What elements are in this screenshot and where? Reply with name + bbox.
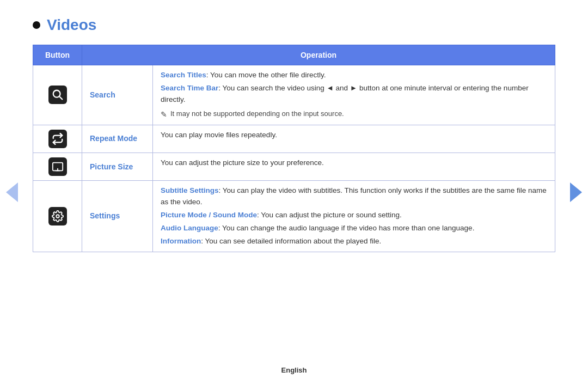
- settings-icon: [48, 207, 67, 225]
- footer-language: English: [281, 366, 307, 374]
- note-text: It may not be supported depending on the…: [170, 108, 344, 119]
- desc-paragraph: ✎It may not be supported depending on th…: [161, 108, 547, 120]
- desc-paragraph: Search Titles: You can move the other fi…: [161, 70, 547, 81]
- page-title: Videos: [47, 16, 96, 34]
- highlight-text: Subtitle Settings: [161, 186, 219, 194]
- svg-line-1: [59, 96, 62, 99]
- feature-name: Search: [82, 65, 153, 125]
- plain-text: : You can move the other file directly.: [206, 71, 326, 79]
- icon-cell: [33, 181, 82, 252]
- feature-name: Settings: [82, 181, 153, 252]
- feature-name: Picture Size: [82, 153, 153, 181]
- feature-description: Subtitle Settings: You can play the vide…: [153, 181, 555, 252]
- feature-description: Search Titles: You can move the other fi…: [153, 65, 555, 125]
- nav-right-arrow[interactable]: [569, 180, 583, 204]
- title-row: Videos: [33, 16, 555, 34]
- table-header-row: Button Operation: [33, 45, 555, 65]
- icon-cell: [33, 153, 82, 181]
- highlight-text: Audio Language: [161, 224, 218, 232]
- table-row: SearchSearch Titles: You can move the ot…: [33, 65, 555, 125]
- desc-paragraph: Audio Language: You can change the audio…: [161, 223, 547, 234]
- bullet-icon: [33, 21, 40, 29]
- highlight-text: Search Time Bar: [161, 84, 218, 92]
- plain-text: : You can adjust the picture or sound se…: [257, 211, 402, 219]
- highlight-text: Picture Mode / Sound Mode: [161, 211, 257, 219]
- table-row: Picture SizeYou can adjust the picture s…: [33, 153, 555, 181]
- picture-size-icon: [48, 157, 67, 176]
- note-icon: ✎: [161, 109, 167, 120]
- desc-paragraph: Subtitle Settings: You can play the vide…: [161, 185, 547, 208]
- repeat-icon: [48, 130, 67, 148]
- desc-paragraph: Picture Mode / Sound Mode: You can adjus…: [161, 210, 547, 221]
- plain-text: : You can play the video with subtitles.…: [161, 186, 547, 205]
- plain-text: : You can change the audio language if t…: [218, 224, 475, 232]
- svg-point-5: [56, 215, 59, 218]
- col-button-header: Button: [33, 45, 82, 65]
- feature-description: You can play movie files repeatedly.: [153, 125, 555, 153]
- desc-paragraph: Information: You can see detailed inform…: [161, 236, 547, 247]
- search-icon: [48, 86, 67, 104]
- main-table: Button Operation SearchSearch Titles: Yo…: [33, 45, 555, 252]
- plain-desc: You can play movie files repeatedly.: [161, 130, 547, 141]
- nav-left-arrow[interactable]: [5, 180, 19, 204]
- highlight-text: Search Titles: [161, 71, 206, 79]
- col-operation-header: Operation: [82, 45, 555, 65]
- desc-paragraph: Search Time Bar: You can search the vide…: [161, 83, 547, 105]
- table-row: Repeat ModeYou can play movie files repe…: [33, 125, 555, 153]
- feature-description: You can adjust the picture size to your …: [153, 153, 555, 181]
- feature-name: Repeat Mode: [82, 125, 153, 153]
- icon-cell: [33, 65, 82, 125]
- highlight-text: Information: [161, 237, 201, 245]
- table-row: SettingsSubtitle Settings: You can play …: [33, 181, 555, 252]
- page-container: Videos Button Operation SearchSearch Tit…: [0, 0, 588, 263]
- plain-text: : You can see detailed information about…: [201, 237, 381, 245]
- icon-cell: [33, 125, 82, 153]
- footer: English: [0, 366, 588, 374]
- plain-desc: You can adjust the picture size to your …: [161, 157, 547, 168]
